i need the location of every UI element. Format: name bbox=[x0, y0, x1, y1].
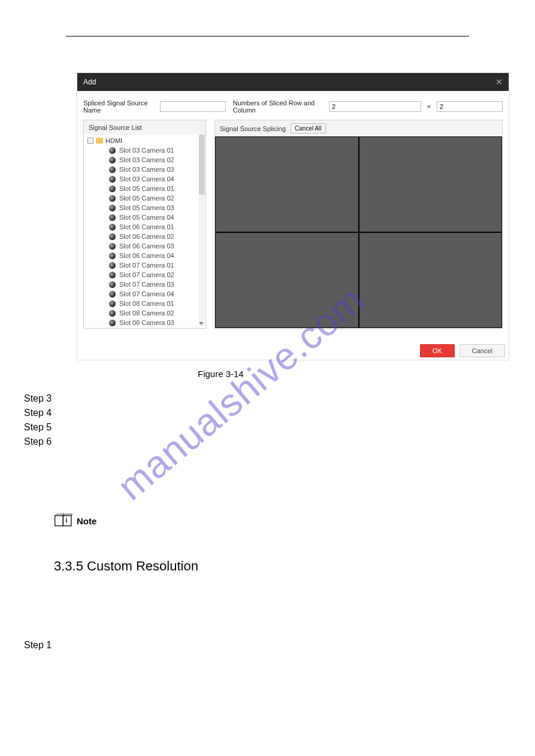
camera-label: Slot 06 Camera 02 bbox=[119, 233, 174, 240]
camera-icon bbox=[109, 291, 116, 297]
camera-label: Slot 05 Camera 01 bbox=[119, 185, 174, 192]
cols-input[interactable] bbox=[437, 101, 503, 112]
camera-label: Slot 07 Camera 02 bbox=[119, 271, 174, 278]
tree-scroll-area[interactable]: − HDMI Slot 03 Camera 01Slot 03 Camera 0… bbox=[84, 135, 205, 326]
collapse-icon[interactable]: − bbox=[87, 138, 93, 144]
camera-label: Slot 03 Camera 01 bbox=[119, 147, 174, 154]
signal-source-list-panel: Signal Source List − HDMI Slot 03 Camera… bbox=[83, 120, 206, 329]
step-4: Step 4 bbox=[24, 408, 511, 418]
rows-input[interactable] bbox=[329, 101, 421, 112]
note-icon: i bbox=[54, 513, 74, 529]
camera-label: Slot 06 Camera 03 bbox=[119, 242, 174, 250]
camera-item[interactable]: Slot 03 Camera 04 bbox=[87, 174, 202, 184]
svg-rect-0 bbox=[55, 516, 64, 526]
figure-caption: Figure 3-14 bbox=[198, 369, 511, 379]
camera-item[interactable]: Slot 05 Camera 01 bbox=[87, 184, 202, 193]
spliced-name-label: Spliced Signal Source Name bbox=[83, 99, 156, 114]
cancel-button[interactable]: Cancel bbox=[460, 344, 505, 357]
camera-label: Slot 05 Camera 04 bbox=[119, 214, 174, 221]
splicing-header-label: Signal Source Splicing bbox=[220, 125, 286, 132]
camera-icon bbox=[109, 214, 116, 221]
section-divider bbox=[66, 36, 469, 37]
camera-label: Slot 08 Camera 01 bbox=[119, 300, 174, 307]
camera-item[interactable]: Slot 07 Camera 04 bbox=[87, 289, 202, 299]
camera-icon bbox=[109, 205, 116, 211]
camera-label: Slot 08 Camera 02 bbox=[119, 309, 174, 317]
step-5: Step 5 bbox=[24, 422, 511, 433]
camera-label: Slot 08 Camera 03 bbox=[119, 319, 174, 326]
camera-icon bbox=[109, 224, 116, 230]
tree-root-label: HDMI bbox=[105, 137, 122, 144]
camera-item[interactable]: Slot 08 Camera 03 bbox=[87, 318, 202, 326]
step-6: Step 6 bbox=[24, 436, 511, 447]
camera-item[interactable]: Slot 07 Camera 03 bbox=[87, 280, 202, 289]
camera-item[interactable]: Slot 03 Camera 02 bbox=[87, 155, 202, 165]
camera-icon bbox=[109, 166, 116, 173]
camera-item[interactable]: Slot 05 Camera 03 bbox=[87, 203, 202, 212]
camera-icon bbox=[109, 253, 116, 259]
camera-icon bbox=[109, 320, 116, 326]
steps-block: Step 3 Step 4 Step 5 Step 6 bbox=[24, 393, 511, 447]
camera-item[interactable]: Slot 03 Camera 03 bbox=[87, 165, 202, 174]
ok-button[interactable]: OK bbox=[420, 344, 455, 357]
dialog-title: Add bbox=[83, 78, 96, 86]
camera-item[interactable]: Slot 06 Camera 01 bbox=[87, 222, 202, 232]
camera-item[interactable]: Slot 03 Camera 01 bbox=[87, 145, 202, 155]
section-heading: 3.3.5 Custom Resolution bbox=[54, 558, 511, 574]
source-list-header: Signal Source List bbox=[84, 120, 205, 135]
step-1: Step 1 bbox=[24, 640, 511, 651]
camera-label: Slot 03 Camera 02 bbox=[119, 156, 174, 163]
step-3: Step 3 bbox=[24, 393, 511, 404]
camera-icon bbox=[109, 300, 116, 307]
spliced-name-input[interactable] bbox=[160, 101, 226, 112]
folder-icon bbox=[96, 138, 103, 144]
splicing-grid[interactable] bbox=[215, 136, 502, 328]
scroll-down-icon[interactable] bbox=[199, 322, 204, 325]
camera-icon bbox=[109, 281, 116, 288]
multiply-separator: × bbox=[427, 103, 431, 110]
camera-icon bbox=[109, 195, 116, 202]
grid-cell-4[interactable] bbox=[359, 232, 503, 328]
camera-item[interactable]: Slot 06 Camera 02 bbox=[87, 232, 202, 241]
camera-item[interactable]: Slot 07 Camera 02 bbox=[87, 270, 202, 280]
camera-icon bbox=[109, 243, 116, 250]
camera-icon bbox=[109, 186, 116, 192]
dialog-top-controls: Spliced Signal Source Name Numbers of Sl… bbox=[77, 91, 509, 120]
grid-cell-3[interactable] bbox=[215, 232, 359, 328]
camera-icon bbox=[109, 176, 116, 183]
camera-label: Slot 07 Camera 04 bbox=[119, 290, 174, 297]
camera-item[interactable]: Slot 05 Camera 02 bbox=[87, 193, 202, 203]
tree-root-hdmi[interactable]: − HDMI bbox=[87, 137, 202, 144]
signal-source-splicing-panel: Signal Source Splicing Cancel All bbox=[214, 120, 503, 329]
camera-item[interactable]: Slot 05 Camera 04 bbox=[87, 212, 202, 222]
camera-icon bbox=[109, 262, 116, 269]
camera-item[interactable]: Slot 08 Camera 01 bbox=[87, 299, 202, 308]
svg-text:i: i bbox=[66, 517, 68, 524]
note-label: Note bbox=[77, 516, 96, 526]
camera-label: Slot 06 Camera 01 bbox=[119, 223, 174, 230]
close-icon[interactable]: ✕ bbox=[495, 77, 503, 87]
camera-label: Slot 06 Camera 04 bbox=[119, 252, 174, 259]
add-dialog: Add ✕ Spliced Signal Source Name Numbers… bbox=[77, 72, 509, 360]
camera-icon bbox=[109, 272, 116, 278]
grid-cell-2[interactable] bbox=[359, 136, 503, 232]
row-col-label: Numbers of Sliced Row and Column bbox=[233, 99, 325, 114]
camera-label: Slot 07 Camera 01 bbox=[119, 262, 174, 269]
camera-icon bbox=[109, 233, 116, 240]
camera-item[interactable]: Slot 06 Camera 03 bbox=[87, 241, 202, 251]
camera-label: Slot 07 Camera 03 bbox=[119, 281, 174, 288]
camera-label: Slot 03 Camera 04 bbox=[119, 175, 174, 183]
camera-label: Slot 05 Camera 02 bbox=[119, 195, 174, 202]
camera-icon bbox=[109, 310, 116, 317]
cancel-all-button[interactable]: Cancel All bbox=[291, 123, 325, 133]
camera-item[interactable]: Slot 07 Camera 01 bbox=[87, 260, 202, 270]
grid-cell-1[interactable] bbox=[215, 136, 359, 232]
camera-item[interactable]: Slot 08 Camera 02 bbox=[87, 308, 202, 318]
camera-label: Slot 03 Camera 03 bbox=[119, 166, 174, 173]
camera-icon bbox=[109, 147, 116, 154]
camera-item[interactable]: Slot 06 Camera 04 bbox=[87, 251, 202, 260]
vertical-scrollbar-thumb[interactable] bbox=[199, 135, 205, 195]
camera-icon bbox=[109, 157, 116, 163]
note-callout: i Note bbox=[54, 513, 511, 529]
camera-label: Slot 05 Camera 03 bbox=[119, 204, 174, 211]
